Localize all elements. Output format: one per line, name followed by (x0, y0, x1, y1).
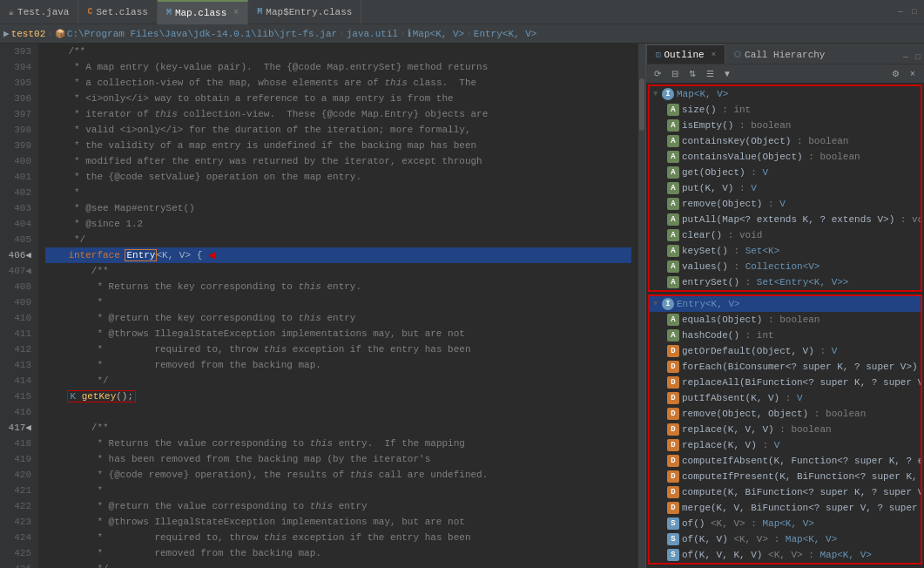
line-num-410: 410 (0, 310, 38, 326)
breadcrumb-jar[interactable]: 📦 (55, 29, 65, 39)
tab-outline[interactable]: ◫ Outline × (646, 44, 725, 64)
tab-test-java[interactable]: ☕ Test.java (0, 0, 78, 24)
breadcrumb-map[interactable]: Map<K, V> (413, 29, 464, 39)
breadcrumb-package[interactable]: java.util (347, 29, 398, 39)
entry-item-getordefault[interactable]: D getOrDefault(Object, V) : V (650, 343, 921, 359)
breadcrumb-jar-label[interactable]: C:\Program Files\Java\jdk-14.0.1\lib\jrt… (67, 29, 337, 39)
code-line-411: * @throws IllegalStateException implemen… (45, 326, 631, 341)
line-num-416: 416 (0, 404, 38, 420)
map-section-header[interactable]: ▼ I Map<K, V> (650, 86, 921, 102)
foreach-label: forEach(BiConsumer<? super K, ? super V>… (682, 362, 921, 372)
hashcode-label: hashCode() : int (682, 330, 774, 341)
replace2-method-icon: D (667, 439, 679, 451)
code-line-403: * @see Map#entrySet() (45, 200, 631, 216)
tab-call-hierarchy[interactable]: ⬡ Call Hierarchy (725, 44, 833, 64)
filter-button[interactable]: ▼ (719, 66, 735, 82)
line-num-419: 419 (0, 451, 38, 467)
breadcrumb-arrow[interactable]: ▶ (3, 28, 10, 39)
collapse-all-button[interactable]: ⊟ (667, 66, 683, 82)
map-item-remove[interactable]: A remove(Object) : V (650, 196, 921, 212)
breadcrumb-entry[interactable]: Entry<K, V> (474, 29, 537, 39)
settings-button[interactable]: ⚙ (887, 66, 903, 82)
sync-editor-button[interactable]: ⟳ (650, 66, 665, 82)
code-line-413: * removed from the backing map. (45, 357, 631, 373)
entry-item-remove2[interactable]: D remove(Object, Object) : boolean (650, 406, 921, 422)
values-label: values() : Collection<V> (682, 261, 819, 272)
outline-tab-close[interactable]: × (712, 51, 716, 59)
entry-item-replaceall[interactable]: D replaceAll(BiFunction<? super K, ? sup… (650, 375, 921, 390)
line-num-399: 399 (0, 138, 38, 153)
entry-item-of2[interactable]: S of(K, V, K, V) <K, V> : Map<K, V> (650, 547, 921, 563)
map-item-isempty[interactable]: A isEmpty() : boolean (650, 118, 921, 133)
entry-item-of1[interactable]: S of(K, V) <K, V> : Map<K, V> (650, 531, 921, 547)
line-num-402: 402 (0, 185, 38, 200)
of2-label: of(K, V, K, V) <K, V> : Map<K, V> (682, 550, 872, 560)
tab-set-class[interactable]: C Set.class (78, 0, 157, 24)
entry-item-of0[interactable]: S of() <K, V> : Map<K, V> (650, 516, 921, 531)
line-num-418: 418 (0, 436, 38, 451)
map-item-entryset[interactable]: A entrySet() : Set<Entry<K, V>> (650, 274, 921, 290)
panel-minimize-btn[interactable]: — (900, 51, 912, 64)
entry-item-computeifabsent[interactable]: D computeIfAbsent(K, Function<? super K,… (650, 453, 921, 469)
line-num-406: 406◀ (0, 247, 38, 263)
line-num-395: 395 (0, 75, 38, 91)
map-item-get[interactable]: A get(Object) : V (650, 165, 921, 180)
editor-scrollbar[interactable] (638, 44, 645, 568)
sort-alpha-button[interactable]: ⇅ (685, 66, 700, 82)
code-line-407: /** (45, 263, 631, 279)
code-line-418: * Returns the value corresponding to thi… (45, 436, 631, 451)
entry-item-replace3[interactable]: D replace(K, V, V) : boolean (650, 422, 921, 437)
line-num-404: 404 (0, 216, 38, 232)
map-item-size[interactable]: A size() : int (650, 102, 921, 118)
map-item-keyset[interactable]: A keySet() : Set<K> (650, 243, 921, 259)
entry-item-putifabsent[interactable]: D putIfAbsent(K, V) : V (650, 390, 921, 406)
entry-item-replace2[interactable]: D replace(K, V) : V (650, 437, 921, 453)
scrollbar-thumb[interactable] (639, 78, 644, 131)
get-method-icon: A (667, 166, 679, 179)
panel-expand-btn[interactable]: □ (912, 51, 924, 64)
getordefault-method-icon: D (667, 345, 679, 357)
containsvalue-label: containsValue(Object) : boolean (682, 152, 860, 162)
sort-visibility-button[interactable]: ☰ (702, 66, 718, 82)
breadcrumb-test02[interactable]: test02 (11, 29, 46, 39)
map-item-clear[interactable]: A clear() : void (650, 227, 921, 243)
map-expand-arrow[interactable]: ▼ (653, 90, 662, 98)
replace3-method-icon: D (667, 423, 679, 436)
breadcrumb-info-icon[interactable]: ℹ (408, 28, 411, 39)
tab-map-class[interactable]: M Map.class × (158, 0, 248, 24)
code-area[interactable]: /** * A map entry (key-value pair). The … (38, 44, 638, 568)
close-panel-button[interactable]: × (905, 66, 921, 82)
code-line-408: * Returns the key corresponding to this … (45, 279, 631, 294)
entry-item-foreach[interactable]: D forEach(BiConsumer<? super K, ? super … (650, 359, 921, 375)
code-line-421: * (45, 483, 631, 498)
tab-mapentry-class[interactable]: M Map$Entry.class (248, 0, 361, 24)
remove2-label: remove(Object, Object) : boolean (682, 409, 866, 419)
entry-item-computeifpresent[interactable]: D computeIfPresent(K, BiFunction<? super… (650, 469, 921, 484)
entry-item-merge[interactable]: D merge(K, V, BiFunction<? super V, ? su… (650, 500, 921, 516)
foreach-method-icon: D (667, 361, 679, 373)
line-num-396: 396 (0, 91, 38, 106)
call-hierarchy-tab-icon: ⬡ (734, 50, 741, 59)
maximize-button[interactable]: □ (908, 6, 921, 18)
computeifabsent-method-icon: D (667, 455, 679, 467)
replaceall-method-icon: D (667, 376, 679, 389)
map-item-containsvalue[interactable]: A containsValue(Object) : boolean (650, 149, 921, 165)
entry-section-header[interactable]: ▼ I Entry<K, V> (650, 296, 921, 312)
clear-method-icon: A (667, 229, 679, 241)
minimize-button[interactable]: — (894, 6, 907, 18)
map-item-containskey[interactable]: A containsKey(Object) : boolean (650, 133, 921, 149)
get-label: get(Object) : V (682, 167, 768, 178)
entry-item-equals[interactable]: A equals(Object) : boolean (650, 312, 921, 328)
tab-label: Test.java (17, 7, 69, 17)
entryset-label: entrySet() : Set<Entry<K, V>> (682, 277, 848, 287)
map-item-put[interactable]: A put(K, V) : V (650, 180, 921, 196)
entry-item-compute[interactable]: D compute(K, BiFunction<? super K, ? sup… (650, 484, 921, 500)
map-interface-icon: I (662, 88, 674, 100)
tab-close-button[interactable]: × (233, 8, 239, 17)
map-item-values[interactable]: A values() : Collection<V> (650, 259, 921, 274)
line-num-409: 409 (0, 294, 38, 310)
compute-method-icon: D (667, 486, 679, 498)
map-item-putall[interactable]: A putAll(Map<? extends K, ? extends V>) … (650, 212, 921, 227)
entry-item-hashcode[interactable]: A hashCode() : int (650, 328, 921, 343)
entry-expand-arrow[interactable]: ▼ (653, 300, 662, 308)
